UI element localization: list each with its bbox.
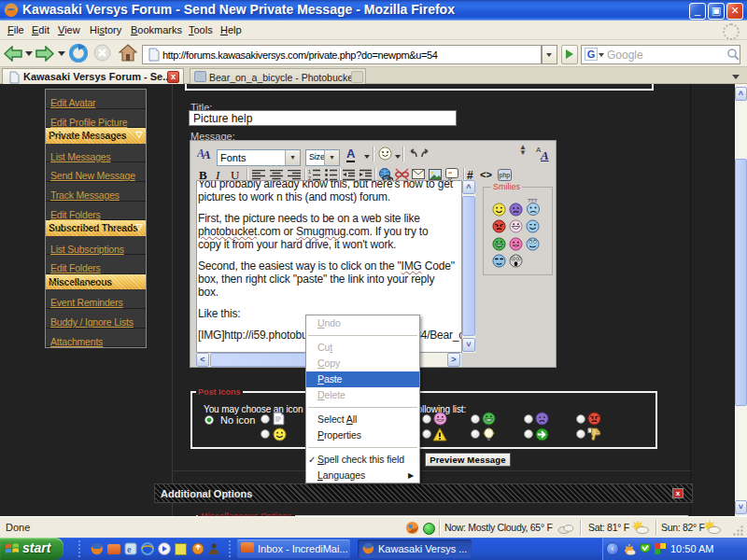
- svg-text:A: A: [202, 147, 211, 161]
- svg-text:e: e: [127, 544, 132, 554]
- svg-text:A: A: [540, 148, 549, 161]
- svg-text:“: “: [448, 169, 452, 178]
- svg-text:1: 1: [308, 169, 311, 175]
- svg-text:php: php: [500, 172, 511, 179]
